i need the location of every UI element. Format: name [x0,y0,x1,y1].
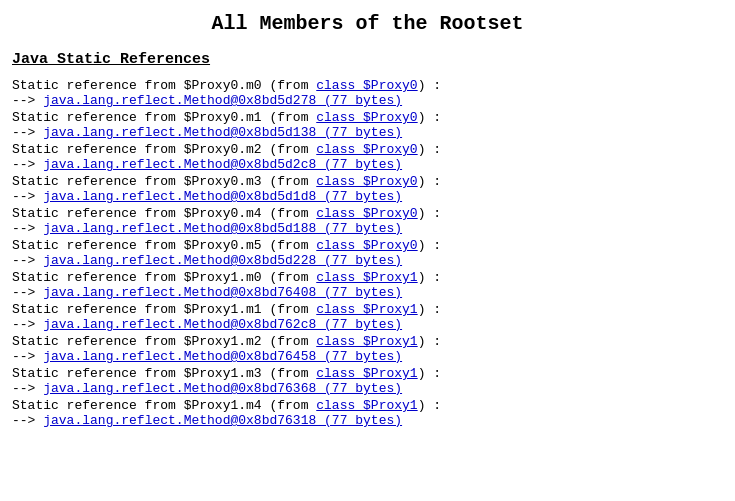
method-link-6[interactable]: java.lang.reflect.Method@0x8bd76408 (77 … [43,285,402,300]
entry-0: Static reference from $Proxy0.m0 (from c… [12,78,723,108]
entry-line2-7: --> java.lang.reflect.Method@0x8bd762c8 … [12,317,723,332]
entry-line2-9: --> java.lang.reflect.Method@0x8bd76368 … [12,381,723,396]
entry-8: Static reference from $Proxy1.m2 (from c… [12,334,723,364]
entry-9: Static reference from $Proxy1.m3 (from c… [12,366,723,396]
entry-line1-4: Static reference from $Proxy0.m4 (from c… [12,206,723,221]
class-link-4[interactable]: class $Proxy0 [316,206,417,221]
entry-line1-7: Static reference from $Proxy1.m1 (from c… [12,302,723,317]
entry-line1-1: Static reference from $Proxy0.m1 (from c… [12,110,723,125]
entry-6: Static reference from $Proxy1.m0 (from c… [12,270,723,300]
entry-line1-9: Static reference from $Proxy1.m3 (from c… [12,366,723,381]
method-link-0[interactable]: java.lang.reflect.Method@0x8bd5d278 (77 … [43,93,402,108]
class-link-3[interactable]: class $Proxy0 [316,174,417,189]
entry-line1-5: Static reference from $Proxy0.m5 (from c… [12,238,723,253]
class-link-2[interactable]: class $Proxy0 [316,142,417,157]
entry-3: Static reference from $Proxy0.m3 (from c… [12,174,723,204]
entries-container: Static reference from $Proxy0.m0 (from c… [12,78,723,428]
method-link-9[interactable]: java.lang.reflect.Method@0x8bd76368 (77 … [43,381,402,396]
class-link-5[interactable]: class $Proxy0 [316,238,417,253]
entry-line2-4: --> java.lang.reflect.Method@0x8bd5d188 … [12,221,723,236]
entry-1: Static reference from $Proxy0.m1 (from c… [12,110,723,140]
entry-line1-10: Static reference from $Proxy1.m4 (from c… [12,398,723,413]
entry-line1-8: Static reference from $Proxy1.m2 (from c… [12,334,723,349]
entry-10: Static reference from $Proxy1.m4 (from c… [12,398,723,428]
class-link-8[interactable]: class $Proxy1 [316,334,417,349]
method-link-8[interactable]: java.lang.reflect.Method@0x8bd76458 (77 … [43,349,402,364]
entry-line1-2: Static reference from $Proxy0.m2 (from c… [12,142,723,157]
entry-line2-1: --> java.lang.reflect.Method@0x8bd5d138 … [12,125,723,140]
class-link-0[interactable]: class $Proxy0 [316,78,417,93]
class-link-6[interactable]: class $Proxy1 [316,270,417,285]
entry-5: Static reference from $Proxy0.m5 (from c… [12,238,723,268]
class-link-7[interactable]: class $Proxy1 [316,302,417,317]
entry-line1-0: Static reference from $Proxy0.m0 (from c… [12,78,723,93]
class-link-10[interactable]: class $Proxy1 [316,398,417,413]
entry-4: Static reference from $Proxy0.m4 (from c… [12,206,723,236]
class-link-1[interactable]: class $Proxy0 [316,110,417,125]
entry-line2-10: --> java.lang.reflect.Method@0x8bd76318 … [12,413,723,428]
entry-line1-3: Static reference from $Proxy0.m3 (from c… [12,174,723,189]
entry-7: Static reference from $Proxy1.m1 (from c… [12,302,723,332]
entry-line2-8: --> java.lang.reflect.Method@0x8bd76458 … [12,349,723,364]
method-link-3[interactable]: java.lang.reflect.Method@0x8bd5d1d8 (77 … [43,189,402,204]
class-link-9[interactable]: class $Proxy1 [316,366,417,381]
entry-line2-0: --> java.lang.reflect.Method@0x8bd5d278 … [12,93,723,108]
method-link-5[interactable]: java.lang.reflect.Method@0x8bd5d228 (77 … [43,253,402,268]
entry-line2-3: --> java.lang.reflect.Method@0x8bd5d1d8 … [12,189,723,204]
entry-2: Static reference from $Proxy0.m2 (from c… [12,142,723,172]
method-link-10[interactable]: java.lang.reflect.Method@0x8bd76318 (77 … [43,413,402,428]
page-title: All Members of the Rootset [12,12,723,35]
entry-line2-6: --> java.lang.reflect.Method@0x8bd76408 … [12,285,723,300]
entry-line1-6: Static reference from $Proxy1.m0 (from c… [12,270,723,285]
entry-line2-2: --> java.lang.reflect.Method@0x8bd5d2c8 … [12,157,723,172]
method-link-7[interactable]: java.lang.reflect.Method@0x8bd762c8 (77 … [43,317,402,332]
method-link-1[interactable]: java.lang.reflect.Method@0x8bd5d138 (77 … [43,125,402,140]
entry-line2-5: --> java.lang.reflect.Method@0x8bd5d228 … [12,253,723,268]
method-link-4[interactable]: java.lang.reflect.Method@0x8bd5d188 (77 … [43,221,402,236]
method-link-2[interactable]: java.lang.reflect.Method@0x8bd5d2c8 (77 … [43,157,402,172]
section-title: Java Static References [12,51,723,68]
